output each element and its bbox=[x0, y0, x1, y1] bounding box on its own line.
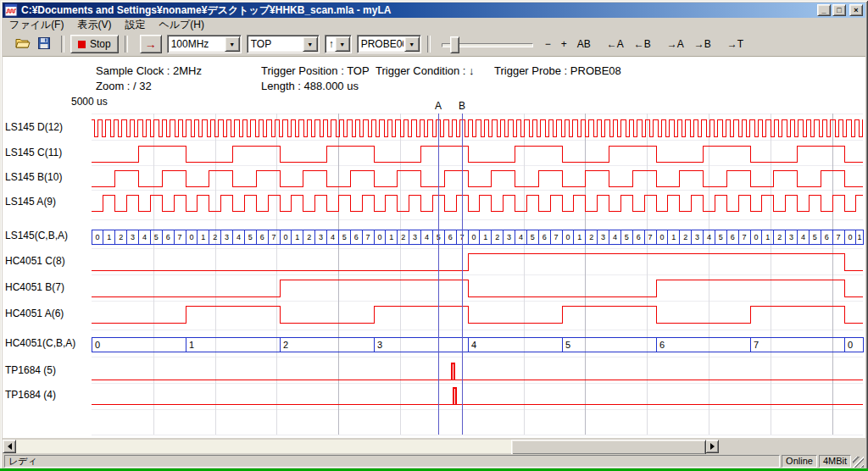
app-window: 0123456701234567012345670123456701234567… bbox=[0, 0, 868, 471]
app-icon bbox=[4, 3, 18, 17]
scroll-left-icon bbox=[8, 443, 12, 450]
minimize-button[interactable]: _ bbox=[817, 4, 831, 16]
close-icon: × bbox=[854, 6, 858, 14]
goto-a-left-button[interactable]: ←A bbox=[603, 35, 628, 53]
trigger-edge-select[interactable]: ↑ ▼ bbox=[325, 35, 352, 53]
slider-thumb[interactable] bbox=[450, 36, 459, 53]
trigger-position-info: Trigger Position : TOP bbox=[261, 64, 370, 77]
close-button[interactable]: × bbox=[849, 4, 863, 16]
marker-a-label: A bbox=[435, 100, 442, 112]
stop-button[interactable]: Stop bbox=[70, 35, 119, 53]
length-info: Length : 488.000 us bbox=[261, 80, 359, 92]
channel-label: LS145(C,B,A) bbox=[5, 230, 68, 241]
channel-label: LS145 B(10) bbox=[5, 171, 62, 183]
scroll-left-button[interactable] bbox=[3, 440, 16, 453]
stop-icon bbox=[78, 41, 86, 48]
menu-help[interactable]: ヘルプ(H) bbox=[152, 17, 211, 33]
minimize-icon: _ bbox=[821, 6, 826, 14]
ab-button[interactable]: AB bbox=[573, 35, 595, 53]
trigger-probe-info: Trigger Probe : PROBE08 bbox=[494, 64, 621, 77]
open-button[interactable] bbox=[13, 34, 33, 54]
folder-open-icon bbox=[15, 36, 31, 50]
menu-view[interactable]: 表示(V) bbox=[70, 17, 118, 33]
channel-label: LS145 A(9) bbox=[5, 196, 56, 208]
status-bar: レディ Online 4MBit bbox=[3, 454, 865, 468]
toolbar-separator bbox=[427, 36, 431, 53]
channel-label: TP1684 (5) bbox=[5, 364, 56, 376]
toolbar-separator bbox=[61, 36, 64, 53]
channel-label: LS145 C(11) bbox=[5, 147, 62, 158]
time-scale-label: 5000 us bbox=[71, 96, 108, 108]
chevron-down-icon[interactable]: ▼ bbox=[225, 36, 240, 52]
status-ready: レディ bbox=[4, 455, 780, 468]
sample-clock-info: Sample Clock : 2MHz bbox=[96, 64, 202, 77]
title-bar[interactable]: C:¥Documents and Settings¥noname¥デスクトップ¥… bbox=[3, 3, 865, 18]
scrollbar-track[interactable] bbox=[16, 440, 705, 453]
scrollbar-thumb[interactable] bbox=[511, 440, 706, 455]
goto-a-right-button[interactable]: →A bbox=[663, 35, 688, 53]
goto-b-right-button[interactable]: →B bbox=[690, 35, 715, 53]
toolbar-separator bbox=[125, 36, 128, 53]
horizontal-scrollbar[interactable] bbox=[3, 440, 719, 453]
channel-label: TP1684 (4) bbox=[5, 389, 56, 401]
window-title: C:¥Documents and Settings¥noname¥デスクトップ¥… bbox=[21, 3, 817, 18]
chevron-down-icon[interactable]: ▼ bbox=[335, 36, 350, 52]
probe-value: PROBE00 bbox=[358, 38, 403, 50]
marker-b-label: B bbox=[459, 100, 465, 112]
menu-settings[interactable]: 設定 bbox=[118, 17, 152, 33]
run-arrow-icon: → bbox=[145, 37, 157, 51]
zoom-out-button[interactable]: − bbox=[541, 35, 555, 53]
zoom-slider[interactable] bbox=[440, 35, 535, 53]
zoom-in-button[interactable]: + bbox=[557, 35, 571, 53]
sample-clock-select[interactable]: 100MHz ▼ bbox=[167, 35, 242, 53]
menu-bar: ファイル(F) 表示(V) 設定 ヘルプ(H) bbox=[3, 18, 865, 32]
trigger-position-select[interactable]: TOP ▼ bbox=[247, 35, 320, 53]
status-online: Online bbox=[782, 455, 817, 468]
toolbar: Stop → 100MHz ▼ TOP ▼ ↑ ▼ PROBE00 ▼ − + … bbox=[3, 32, 865, 57]
sample-clock-value: 100MHz bbox=[168, 38, 224, 50]
save-button[interactable] bbox=[34, 34, 54, 54]
scroll-right-button[interactable] bbox=[705, 440, 719, 453]
probe-select[interactable]: PROBE00 ▼ bbox=[357, 35, 421, 53]
trigger-edge-value: ↑ bbox=[326, 38, 334, 50]
chevron-down-icon[interactable]: ▼ bbox=[303, 36, 318, 52]
run-button[interactable]: → bbox=[140, 35, 162, 53]
channel-label: HC4051 A(6) bbox=[5, 308, 64, 319]
channel-label: HC4051 C(8) bbox=[5, 255, 65, 267]
scroll-right-icon bbox=[710, 443, 715, 450]
chevron-down-icon[interactable]: ▼ bbox=[404, 36, 420, 52]
maximize-icon: □ bbox=[837, 6, 841, 14]
channel-label: HC4051 B(7) bbox=[5, 281, 64, 293]
trigger-condition-info: Trigger Condition : ↓ bbox=[376, 64, 475, 77]
goto-trigger-button[interactable]: →T bbox=[723, 35, 748, 53]
channel-label: LS145 D(12) bbox=[5, 121, 63, 133]
maximize-button[interactable]: □ bbox=[832, 4, 846, 16]
channel-label: HC4051(C,B,A) bbox=[5, 337, 75, 349]
trigger-position-value: TOP bbox=[248, 38, 302, 50]
status-memory: 4MBit bbox=[819, 455, 851, 468]
save-icon bbox=[37, 36, 51, 50]
zoom-info: Zoom : / 32 bbox=[96, 80, 152, 92]
resize-grip[interactable] bbox=[853, 457, 864, 468]
menu-file[interactable]: ファイル(F) bbox=[3, 17, 70, 33]
waveform-area[interactable] bbox=[3, 57, 865, 438]
stop-label: Stop bbox=[90, 38, 111, 50]
goto-b-left-button[interactable]: ←B bbox=[630, 35, 655, 53]
